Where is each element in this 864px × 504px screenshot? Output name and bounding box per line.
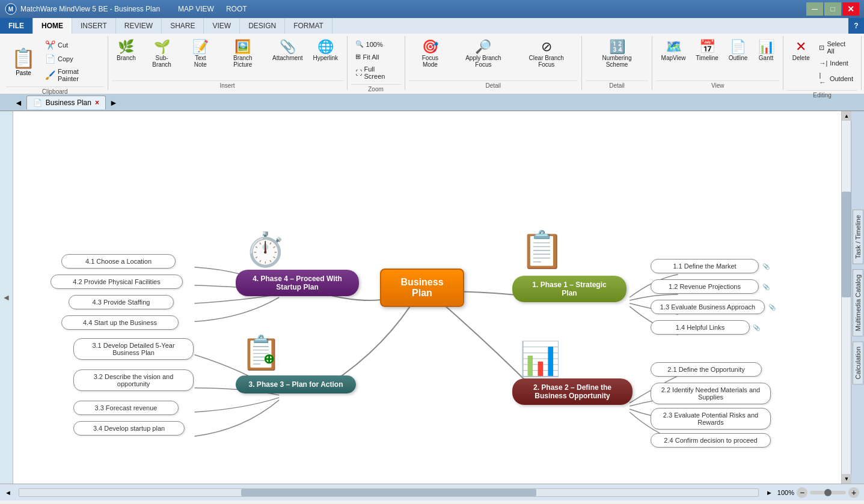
p4-child-1[interactable]: 4.1 Choose a Location bbox=[61, 254, 176, 269]
p2-child-2[interactable]: 2.2 Identify Needed Materials and Suppli… bbox=[651, 383, 771, 404]
tab-format[interactable]: FORMAT bbox=[285, 18, 332, 34]
p1-child-1[interactable]: 1.1 Define the Market bbox=[651, 259, 759, 273]
scroll-up-button[interactable]: ▲ bbox=[842, 111, 851, 121]
tab-insert[interactable]: INSERT bbox=[72, 18, 116, 34]
help-button[interactable]: ? bbox=[848, 18, 864, 34]
p1-child-2[interactable]: 1.2 Revenue Projections bbox=[651, 279, 759, 294]
p3-child-3[interactable]: 3.3 Forecast revenue bbox=[73, 401, 179, 415]
p3-child-2[interactable]: 3.2 Describe the vision and opportunity bbox=[73, 369, 194, 391]
tab-file[interactable]: FILE bbox=[0, 18, 33, 34]
vertical-scrollbar[interactable]: ▲ ▼ bbox=[841, 111, 851, 484]
timeline-button[interactable]: 📅 Timeline bbox=[692, 38, 722, 63]
copy-button[interactable]: 📄 Copy bbox=[42, 52, 103, 65]
main-area: ◄ bbox=[0, 111, 864, 484]
focus-mode-button[interactable]: 🎯 Focus Mode bbox=[410, 38, 451, 70]
zoom-slider-thumb[interactable] bbox=[824, 489, 832, 496]
p1-child-3[interactable]: 1.3 Evaluate Business Approach bbox=[651, 300, 765, 314]
scroll-track-v[interactable] bbox=[842, 121, 851, 474]
phase4-node[interactable]: 4. Phase 4 – Proceed With Startup Plan bbox=[236, 270, 359, 296]
phase2-node[interactable]: 2. Phase 2 – Define the Business Opportu… bbox=[512, 378, 633, 405]
zoom-value: 100% bbox=[777, 489, 794, 496]
h-scroll-thumb[interactable] bbox=[241, 489, 537, 496]
central-node[interactable]: Business Plan bbox=[380, 269, 464, 307]
view-label: View bbox=[656, 80, 779, 90]
nav-tab-mapview[interactable]: MAP VIEW bbox=[178, 5, 214, 13]
group-editing: ✕ Delete ⊡ Select All →| Indent |← Outde… bbox=[783, 36, 862, 90]
outline-icon: 📄 bbox=[730, 40, 746, 53]
canvas-left-arrow[interactable]: ◄ bbox=[0, 111, 13, 484]
doc-tab-business-plan[interactable]: 📄 Business Plan × bbox=[26, 96, 106, 109]
zoom-100-button[interactable]: 🔍 100% bbox=[352, 38, 386, 50]
format-painter-button[interactable]: 🖌️ Format Painter bbox=[42, 66, 103, 84]
horizontal-scrollbar[interactable] bbox=[19, 488, 759, 497]
apply-branch-focus-button[interactable]: 🔎 Apply Branch Focus bbox=[453, 38, 513, 70]
p1-child-4-attachment: 📎 bbox=[753, 324, 760, 331]
bottom-bar: ◄ ► 100% − + bbox=[0, 484, 864, 500]
scroll-thumb-v[interactable] bbox=[842, 192, 851, 297]
numbering-scheme-button[interactable]: 🔢 Numbering Scheme bbox=[587, 38, 647, 70]
p2-child-3[interactable]: 2.3 Evaluate Potential Risks and Rewards bbox=[651, 408, 771, 430]
p2-child-4[interactable]: 2.4 Confirm decision to proceed bbox=[651, 433, 771, 448]
p2-child-1[interactable]: 2.1 Define the Opportunity bbox=[651, 362, 762, 377]
branch-button[interactable]: 🌿 Branch bbox=[113, 38, 140, 63]
sub-branch-button[interactable]: 🌱 Sub-Branch bbox=[142, 38, 181, 70]
scroll-down-button[interactable]: ▼ bbox=[842, 474, 851, 484]
canvas-area[interactable]: Business Plan 1. Phase 1 – Strategic Pla… bbox=[13, 111, 841, 484]
p1-child-1-attachment: 📎 bbox=[762, 263, 770, 270]
paste-button[interactable]: 📋 Paste bbox=[7, 45, 40, 78]
fit-icon: ⊞ bbox=[355, 53, 361, 61]
select-all-icon: ⊡ bbox=[819, 44, 824, 52]
nav-left-arrow[interactable]: ◄ bbox=[14, 98, 23, 108]
cut-button[interactable]: ✂️ Cut bbox=[42, 38, 103, 52]
minimize-button[interactable]: ─ bbox=[806, 2, 823, 16]
title-nav-tabs: MAP VIEW ROOT bbox=[178, 5, 247, 13]
h-scroll-right[interactable]: ► bbox=[766, 489, 773, 496]
outdent-button[interactable]: |← Outdent bbox=[816, 70, 856, 88]
nav-right-arrow[interactable]: ► bbox=[109, 98, 118, 108]
phase1-node[interactable]: 1. Phase 1 – Strategic Plan bbox=[512, 276, 627, 302]
task-timeline-panel[interactable]: Task / Timeline bbox=[853, 210, 863, 264]
full-screen-button[interactable]: ⛶ Full Screen bbox=[352, 64, 400, 82]
hyperlink-button[interactable]: 🌐 Hyperlink bbox=[309, 38, 342, 63]
group-view: 🗺️ MapView 📅 Timeline 📄 Outline 📊 Gantt … bbox=[652, 36, 783, 90]
p3-child-1[interactable]: 3.1 Develop Detailed 5-Year Business Pla… bbox=[73, 338, 194, 360]
p4-child-4[interactable]: 4.4 Start up the Business bbox=[61, 315, 179, 330]
multimedia-catalog-panel[interactable]: Multimedia Catalog bbox=[853, 269, 863, 336]
p4-child-2[interactable]: 4.2 Provide Physical Facilities bbox=[51, 275, 183, 289]
close-button[interactable]: ✕ bbox=[842, 2, 859, 16]
calculation-panel[interactable]: Calculation bbox=[853, 341, 863, 384]
indent-button[interactable]: →| Indent bbox=[816, 58, 856, 68]
clear-branch-focus-button[interactable]: ⊘ Clear Branch Focus bbox=[516, 38, 577, 70]
zoom-in-button[interactable]: + bbox=[848, 487, 859, 498]
outline-button[interactable]: 📄 Outline bbox=[725, 38, 752, 63]
zoom-out-button[interactable]: − bbox=[797, 487, 807, 498]
window-controls: ─ □ ✕ bbox=[806, 2, 859, 16]
branch-picture-button[interactable]: 🖼️ Branch Picture bbox=[219, 38, 266, 70]
tab-home[interactable]: HOME bbox=[33, 18, 72, 34]
p1-child-4[interactable]: 1.4 Helpful Links bbox=[651, 320, 750, 335]
mapview-button[interactable]: 🗺️ MapView bbox=[657, 38, 690, 63]
maximize-button[interactable]: □ bbox=[824, 2, 841, 16]
attachment-button[interactable]: 📎 Attachment bbox=[269, 38, 307, 63]
focus-mode-icon: 🎯 bbox=[422, 40, 438, 53]
side-panels: Task / Timeline Multimedia Catalog Calcu… bbox=[851, 111, 864, 484]
p4-child-3[interactable]: 4.3 Provide Staffing bbox=[69, 295, 174, 309]
h-scroll-left[interactable]: ◄ bbox=[5, 489, 11, 496]
branch-icon: 🌿 bbox=[118, 40, 134, 53]
nav-tab-root[interactable]: ROOT bbox=[226, 5, 247, 13]
zoom-slider-track[interactable] bbox=[810, 491, 846, 494]
gantt-button[interactable]: 📊 Gantt bbox=[754, 38, 778, 63]
tab-share[interactable]: SHARE bbox=[162, 18, 204, 34]
select-all-button[interactable]: ⊡ Select All bbox=[816, 38, 856, 56]
tab-review[interactable]: REVIEW bbox=[116, 18, 162, 34]
phase3-node[interactable]: 3. Phase 3 – Plan for Action bbox=[236, 375, 356, 393]
title-text: MatchWare MindView 5 BE - Business Plan bbox=[20, 5, 160, 13]
fit-all-button[interactable]: ⊞ Fit All bbox=[352, 51, 382, 62]
doc-tab-close[interactable]: × bbox=[95, 99, 99, 107]
p3-child-4[interactable]: 3.4 Develop startup plan bbox=[73, 421, 185, 436]
tab-design[interactable]: DESIGN bbox=[240, 18, 285, 34]
tab-view[interactable]: VIEW bbox=[204, 18, 240, 34]
clipboard-label: Clipboard bbox=[6, 87, 104, 96]
delete-button[interactable]: ✕ Delete bbox=[788, 38, 813, 63]
text-note-button[interactable]: 📝 Text Note bbox=[184, 38, 217, 70]
